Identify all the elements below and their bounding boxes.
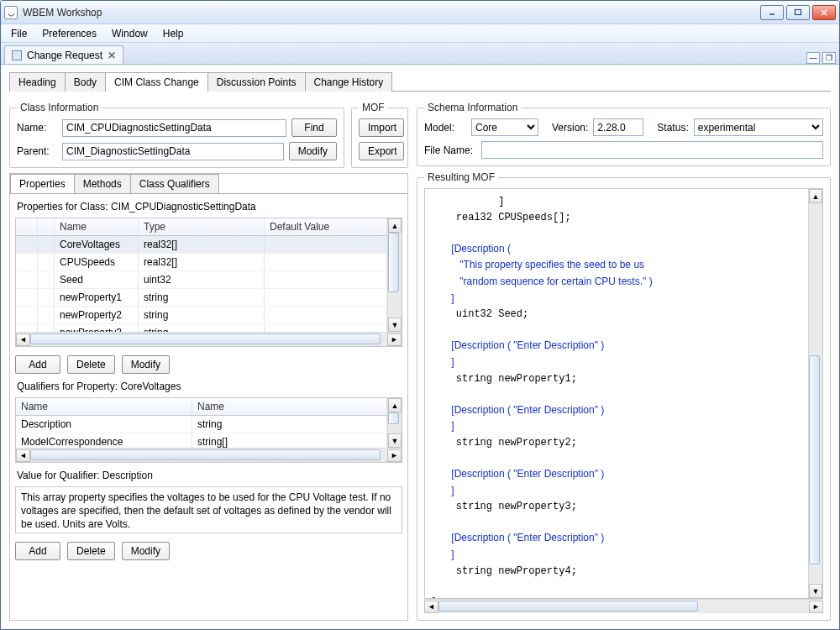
col-name[interactable]: Name bbox=[55, 218, 139, 235]
parent-class-input[interactable] bbox=[62, 143, 284, 160]
class-name-input[interactable] bbox=[62, 119, 286, 137]
table-row[interactable]: newProperty1string bbox=[16, 289, 387, 307]
editor-restore-icon[interactable]: ❐ bbox=[822, 52, 836, 64]
menu-file[interactable]: File bbox=[4, 26, 34, 41]
version-label: Version: bbox=[552, 122, 588, 134]
tab-body[interactable]: Body bbox=[65, 72, 106, 92]
version-input[interactable] bbox=[593, 118, 643, 136]
qualifier-value-box[interactable]: This array property specifies the voltag… bbox=[15, 486, 402, 533]
app-icon: ◡ bbox=[4, 6, 18, 19]
status-select[interactable]: experimental bbox=[694, 118, 823, 136]
schema-legend: Schema Information bbox=[424, 102, 521, 113]
subtab-properties[interactable]: Properties bbox=[10, 174, 75, 193]
svg-rect-1 bbox=[795, 9, 801, 14]
mof-group: MOF Import Export bbox=[351, 102, 408, 168]
table-row[interactable]: Descriptionstring bbox=[16, 416, 387, 433]
resulting-mof-group: Resulting MOF ] real32 CPUSpeeds[]; [Des… bbox=[417, 171, 831, 621]
properties-for-label: Properties for Class: CIM_CPUDiagnosticS… bbox=[15, 197, 402, 214]
table-row[interactable]: CoreVoltagesreal32[] bbox=[16, 236, 387, 254]
tab-heading[interactable]: Heading bbox=[9, 72, 66, 92]
filename-input[interactable] bbox=[481, 141, 823, 159]
name-label: Name: bbox=[17, 122, 57, 134]
table-row[interactable]: newProperty2string bbox=[16, 307, 387, 324]
model-label: Model: bbox=[424, 122, 466, 134]
properties-hscrollbar[interactable]: ◄► bbox=[16, 332, 402, 346]
status-label: Status: bbox=[657, 122, 688, 134]
menu-help[interactable]: Help bbox=[156, 26, 191, 41]
editor-minimize-icon[interactable]: — bbox=[806, 52, 820, 64]
properties-table: Name Type Default Value CoreVoltagesreal… bbox=[15, 218, 402, 347]
table-row[interactable]: Seeduint32 bbox=[16, 271, 387, 289]
filename-label: File Name: bbox=[424, 144, 476, 156]
menu-bar: File Preferences Window Help bbox=[1, 24, 839, 43]
col-type[interactable]: Type bbox=[139, 218, 265, 235]
title-bar: ◡ WBEM Workshop bbox=[1, 1, 839, 24]
editor-tab-change-request[interactable]: Change Request ✕ bbox=[4, 45, 123, 64]
tab-cim-class-change[interactable]: CIM Class Change bbox=[105, 72, 208, 92]
col-default[interactable]: Default Value bbox=[265, 218, 387, 235]
qualifiers-for-label: Qualifiers for Property: CoreVoltages bbox=[15, 377, 402, 394]
export-button[interactable]: Export bbox=[359, 142, 404, 160]
qualifiers-table: Name Name DescriptionstringModelCorrespo… bbox=[15, 397, 402, 463]
class-information-group: Class Information Name: Find Parent: Mod… bbox=[9, 102, 344, 168]
editor-tab-bar: Change Request ✕ — ❐ bbox=[1, 43, 839, 65]
menu-window[interactable]: Window bbox=[105, 26, 155, 41]
import-button[interactable]: Import bbox=[359, 118, 404, 137]
mof-hscrollbar[interactable]: ◄► bbox=[424, 599, 823, 613]
maximize-button[interactable] bbox=[786, 5, 810, 20]
class-members-panel: Properties Methods Class Qualifiers Prop… bbox=[9, 173, 408, 621]
table-row[interactable]: newProperty3string bbox=[16, 324, 387, 332]
mof-text-view[interactable]: ] real32 CPUSpeeds[]; [Description ( "Th… bbox=[425, 189, 808, 598]
table-row[interactable]: ModelCorrespondencestring[] bbox=[16, 433, 387, 448]
table-row[interactable]: CPUSpeedsreal32[] bbox=[16, 254, 387, 271]
qualifiers-vscrollbar[interactable]: ▲ ▼ bbox=[387, 398, 402, 448]
add-qualifier-button[interactable]: Add bbox=[15, 542, 60, 560]
schema-information-group: Schema Information Model: Core Version: … bbox=[417, 102, 831, 166]
model-select[interactable]: Core bbox=[471, 118, 538, 136]
app-window: ◡ WBEM Workshop File Preferences Window … bbox=[0, 0, 840, 630]
modify-parent-button[interactable]: Modify bbox=[289, 142, 337, 160]
find-button[interactable]: Find bbox=[291, 118, 337, 137]
value-for-label: Value for Qualifier: Description bbox=[15, 466, 402, 483]
editor-content: Heading Body CIM Class Change Discussion… bbox=[1, 65, 839, 629]
editor-tab-label: Change Request bbox=[27, 50, 102, 61]
window-title: WBEM Workshop bbox=[23, 7, 760, 18]
menu-preferences[interactable]: Preferences bbox=[35, 26, 103, 41]
close-button[interactable] bbox=[812, 5, 836, 20]
add-property-button[interactable]: Add bbox=[15, 355, 60, 374]
mof-vscrollbar[interactable]: ▲ ▼ bbox=[808, 189, 822, 598]
modify-qualifier-button[interactable]: Modify bbox=[122, 542, 170, 560]
modify-property-button[interactable]: Modify bbox=[122, 355, 170, 374]
properties-vscrollbar[interactable]: ▲ ▼ bbox=[387, 218, 402, 332]
parent-label: Parent: bbox=[17, 145, 57, 157]
tab-change-history[interactable]: Change History bbox=[305, 72, 393, 92]
class-info-legend: Class Information bbox=[17, 102, 102, 113]
qcol-name[interactable]: Name bbox=[16, 398, 192, 415]
minimize-button[interactable] bbox=[760, 5, 784, 20]
qcol-name2[interactable]: Name bbox=[192, 398, 387, 415]
document-icon bbox=[12, 50, 22, 60]
tab-discussion-points[interactable]: Discussion Points bbox=[207, 72, 306, 92]
resulting-mof-legend: Resulting MOF bbox=[424, 171, 498, 183]
subtab-methods[interactable]: Methods bbox=[74, 174, 131, 193]
page-tabs: Heading Body CIM Class Change Discussion… bbox=[9, 71, 831, 92]
delete-property-button[interactable]: Delete bbox=[67, 355, 115, 374]
delete-qualifier-button[interactable]: Delete bbox=[67, 542, 115, 560]
subtab-class-qualifiers[interactable]: Class Qualifiers bbox=[130, 174, 219, 193]
close-tab-icon[interactable]: ✕ bbox=[108, 50, 116, 61]
qualifiers-hscrollbar[interactable]: ◄► bbox=[16, 448, 402, 462]
mof-legend: MOF bbox=[359, 102, 388, 113]
